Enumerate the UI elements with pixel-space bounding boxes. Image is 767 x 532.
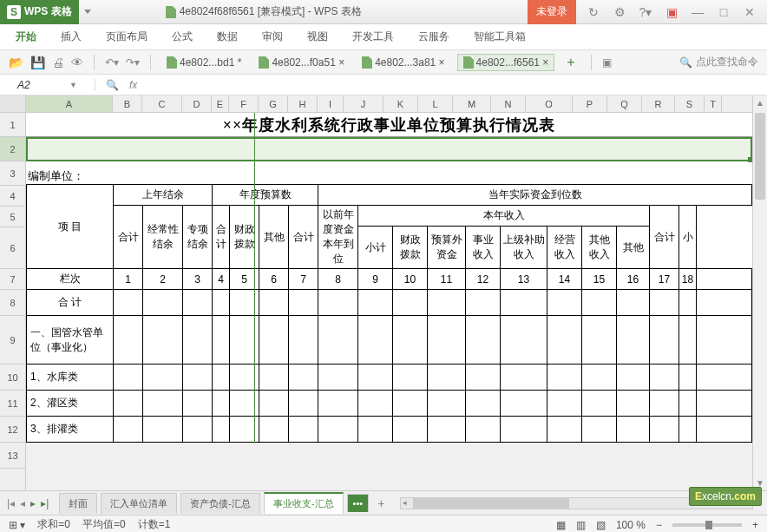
redo-icon[interactable]: ↷▾ <box>126 56 140 69</box>
zoom-level[interactable]: 100 % <box>616 519 646 531</box>
menu-dev[interactable]: 开发工具 <box>352 30 394 44</box>
sheet-tab[interactable]: 封面 <box>59 493 97 514</box>
td[interactable] <box>697 269 752 290</box>
td[interactable]: 10 <box>393 269 428 290</box>
sheet-tab[interactable]: 汇入单位清单 <box>101 493 177 514</box>
more-sheets-button[interactable]: ••• <box>347 494 370 512</box>
view-break-icon[interactable]: ▧ <box>596 519 606 531</box>
scroll-up-icon[interactable]: ▲ <box>753 95 767 110</box>
fx-search-icon[interactable]: 🔍 <box>106 79 119 91</box>
col-header[interactable]: B <box>113 95 142 112</box>
grid-cells[interactable]: ××年度水利系统行政事业单位预算执行情况表 编制单位： 项 目 上年结余 年度预… <box>26 113 752 443</box>
sync-icon[interactable]: ↻ <box>585 5 602 19</box>
td[interactable]: 8 <box>318 269 358 290</box>
col-header[interactable]: S <box>675 95 705 112</box>
td[interactable]: 9 <box>358 269 393 290</box>
td[interactable]: 栏次 <box>27 269 114 290</box>
th[interactable]: 财政拨款 <box>393 227 428 269</box>
select-all-corner[interactable] <box>0 95 25 113</box>
col-header[interactable]: M <box>453 95 491 112</box>
app-logo[interactable]: SWPS 表格 <box>0 0 79 24</box>
settings-icon[interactable]: ⚙ <box>611 5 628 19</box>
row-header[interactable]: 6 <box>0 227 25 269</box>
row-header[interactable]: 8 <box>0 290 25 316</box>
td[interactable]: 3 <box>183 269 213 290</box>
row-header[interactable]: 5 <box>0 207 25 227</box>
zoom-in-button[interactable]: + <box>752 519 758 531</box>
zoom-out-button[interactable]: − <box>656 519 662 531</box>
col-header[interactable]: C <box>142 95 182 112</box>
th[interactable]: 其他 <box>617 227 650 269</box>
th-budget[interactable]: 年度预算数 <box>213 185 318 206</box>
row-header[interactable]: 2 <box>0 137 25 161</box>
scroll-thumb[interactable] <box>755 113 765 200</box>
sheet-tab[interactable]: 资产负债-汇总 <box>180 493 260 514</box>
th[interactable]: 其他 <box>259 206 289 269</box>
th[interactable]: 以前年度资金本年到位 <box>318 206 358 269</box>
row-header[interactable]: 12 <box>0 417 25 443</box>
th[interactable]: 专项结余 <box>183 206 213 269</box>
add-tab-button[interactable]: + <box>567 55 574 70</box>
pin-icon[interactable]: ▣ <box>663 5 680 19</box>
login-button[interactable]: 未登录 <box>528 0 576 24</box>
th[interactable]: 合计 <box>114 206 143 269</box>
menu-start[interactable]: 开始 <box>16 30 36 44</box>
col-header[interactable]: E <box>212 95 229 112</box>
th[interactable]: 其他收入 <box>582 227 617 269</box>
td[interactable]: 15 <box>582 269 617 290</box>
td[interactable]: 13 <box>501 269 547 290</box>
doc-tab-2[interactable]: 4e802...f0a51 × <box>253 55 350 70</box>
th[interactable]: 合计 <box>213 206 230 269</box>
menu-cloud[interactable]: 云服务 <box>418 30 449 44</box>
help-icon[interactable]: ?▾ <box>637 5 654 19</box>
sheet-tab-active[interactable]: 事业收支-汇总 <box>264 492 344 514</box>
col-header[interactable]: G <box>259 95 288 112</box>
td[interactable]: 6 <box>259 269 289 290</box>
row-header[interactable]: 1 <box>0 113 25 137</box>
td[interactable]: 16 <box>617 269 650 290</box>
close-button[interactable]: ✕ <box>741 5 758 19</box>
col-header[interactable]: H <box>288 95 318 112</box>
save-icon[interactable]: 💾 <box>30 56 45 69</box>
menu-ai[interactable]: 智能工具箱 <box>474 30 526 44</box>
command-search[interactable]: 🔍点此查找命令 <box>679 55 758 69</box>
row-header[interactable]: 13 <box>0 443 25 469</box>
menu-layout[interactable]: 页面布局 <box>106 30 148 44</box>
doc-tab-1[interactable]: 4e802...bd1 * <box>161 55 246 70</box>
th[interactable]: 经常性结余 <box>143 206 183 269</box>
th[interactable]: 小 <box>679 206 697 269</box>
row-header[interactable]: 7 <box>0 269 25 290</box>
menu-data[interactable]: 数据 <box>217 30 238 44</box>
undo-icon[interactable]: ↶▾ <box>105 56 119 69</box>
col-header[interactable]: I <box>318 95 344 112</box>
td[interactable]: 1 <box>114 269 143 290</box>
td[interactable]: 14 <box>547 269 582 290</box>
td[interactable]: 11 <box>428 269 466 290</box>
td[interactable]: 17 <box>650 269 679 290</box>
last-sheet-icon[interactable]: ▸| <box>41 497 49 509</box>
row-header[interactable]: 4 <box>0 186 25 207</box>
th[interactable]: 合计 <box>289 206 318 269</box>
th[interactable]: 合计 <box>650 206 679 269</box>
row-header[interactable]: 10 <box>0 365 25 391</box>
col-header[interactable]: L <box>418 95 453 112</box>
td[interactable]: 18 <box>679 269 697 290</box>
col-header[interactable]: T <box>705 95 722 112</box>
td[interactable]: 12 <box>466 269 501 290</box>
first-sheet-icon[interactable]: |◂ <box>7 497 15 509</box>
next-sheet-icon[interactable]: ▸ <box>30 497 36 509</box>
open-icon[interactable]: 📂 <box>9 56 23 69</box>
th[interactable]: 本年收入 <box>358 206 650 227</box>
th[interactable]: 事业收入 <box>466 227 501 269</box>
menu-insert[interactable]: 插入 <box>61 30 82 44</box>
td[interactable]: 2、灌区类 <box>27 391 114 417</box>
view-normal-icon[interactable]: ▦ <box>556 519 566 531</box>
col-header[interactable]: O <box>526 95 573 112</box>
col-header[interactable]: P <box>573 95 607 112</box>
doc-tab-4[interactable]: 4e802...f6561 × <box>457 54 555 71</box>
app-menu-dropdown-icon[interactable] <box>84 10 91 14</box>
zoom-slider[interactable] <box>672 523 742 527</box>
menu-view[interactable]: 视图 <box>307 30 328 44</box>
col-header[interactable]: R <box>642 95 675 112</box>
th[interactable]: 上级补助收入 <box>501 227 547 269</box>
